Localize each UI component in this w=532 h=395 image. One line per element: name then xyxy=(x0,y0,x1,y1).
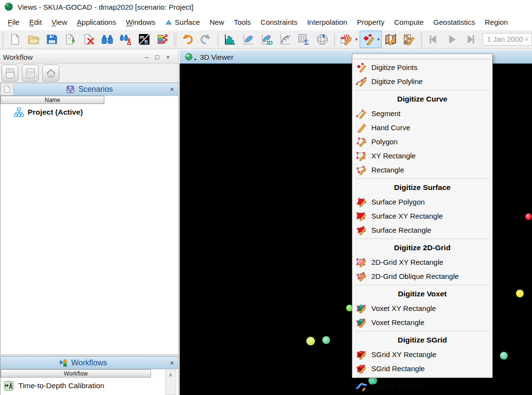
menubar-item-applications[interactable]: Applications xyxy=(72,16,121,28)
data-point[interactable] xyxy=(322,336,330,344)
workflow-toolbar-button-home[interactable] xyxy=(42,65,59,82)
workflows-panel-title: Workflows xyxy=(71,359,107,367)
scenarios-panel-header[interactable]: Scenarios × xyxy=(0,83,178,96)
tool-button-digitize-curves-tool[interactable] xyxy=(338,31,355,48)
menu-item-surface-polygon[interactable]: Surface Polygon xyxy=(352,195,492,209)
tool-digitize-curves-tool-combo: ▾ xyxy=(337,31,360,48)
menubar-item-view[interactable]: View xyxy=(47,16,72,28)
tool-button-find-object[interactable] xyxy=(117,31,134,48)
menu-item-digitize-channel[interactable]: Digitize Channel xyxy=(352,379,492,393)
tool-button-statistics[interactable]: Σ xyxy=(295,31,313,48)
tool-button-variogram[interactable] xyxy=(314,31,331,48)
tool-button-save[interactable] xyxy=(43,31,61,48)
menu-item-digitize-polyline[interactable]: Digitize Polyline xyxy=(352,74,492,88)
menubar-item-surface[interactable]: Surface xyxy=(160,16,205,28)
close-button[interactable]: × xyxy=(163,53,173,61)
menu-item-sgrid-xy-rectangle[interactable]: SGrid XY Rectangle xyxy=(352,347,492,361)
data-point[interactable] xyxy=(525,213,532,220)
workflows-column-header[interactable]: Workflow xyxy=(0,369,151,378)
menubar-item-property[interactable]: Property xyxy=(352,16,389,28)
menu-item-voxet-xy-rectangle[interactable]: Voxet XY Rectangle xyxy=(352,301,492,315)
menubar-item-interpolation[interactable]: Interpolation xyxy=(302,16,352,28)
menu-item-2d-grid-oblique-rectangle[interactable]: 2D-Grid Oblique Rectangle xyxy=(352,269,492,283)
close-icon[interactable]: × xyxy=(166,359,178,367)
tool-button-undo[interactable] xyxy=(179,31,196,48)
tool-button-step-forward[interactable] xyxy=(462,31,479,48)
scenarios-icon xyxy=(66,85,75,94)
minimize-button[interactable]: – xyxy=(141,53,152,61)
toolbar-grip[interactable] xyxy=(216,33,219,46)
menu-item-voxet-rectangle[interactable]: Voxet Rectangle xyxy=(352,315,492,329)
tool-button-digitize-columns[interactable] xyxy=(400,31,418,48)
tool-crossplot-wrap xyxy=(239,31,258,48)
tool-button-crossplot-3d[interactable]: 3D xyxy=(258,31,276,48)
tool-button-redo[interactable] xyxy=(197,31,215,48)
chevron-down-icon[interactable]: ▾ xyxy=(194,57,196,62)
tool-button-digitize-map[interactable] xyxy=(382,31,399,48)
menu-item-rectangle[interactable]: Rectangle xyxy=(352,163,492,177)
tool-button-step-back[interactable] xyxy=(425,31,442,48)
data-point[interactable] xyxy=(500,352,508,360)
toolbar-grip[interactable] xyxy=(333,33,336,46)
menubar-item-tools[interactable]: Tools xyxy=(229,16,256,28)
tool-button-crossplot[interactable] xyxy=(240,31,257,48)
chevron-down-icon[interactable]: ▾ xyxy=(378,37,382,42)
menubar-item-file[interactable]: File xyxy=(3,16,24,28)
menubar-item-edit[interactable]: Edit xyxy=(24,16,47,28)
scenario-item-project-active[interactable]: Project (Active) xyxy=(1,104,178,118)
menubar: FileEditViewApplicationsWindowsSurfaceNe… xyxy=(0,14,532,30)
menubar-item-region[interactable]: Region xyxy=(480,16,513,28)
menu-item-2d-grid-xy-rectangle[interactable]: 2D-Grid XY Rectangle xyxy=(352,255,492,269)
tool-button-import-document[interactable] xyxy=(62,31,79,48)
tool-button-open-folder[interactable] xyxy=(25,31,42,48)
menu-item-xy-rectangle[interactable]: XY Rectangle xyxy=(352,149,492,163)
date-combo[interactable]: 1 Jan 2000∨ xyxy=(482,33,532,46)
svg-text:ft: ft xyxy=(145,39,148,45)
toolbar-grip[interactable] xyxy=(173,33,176,46)
data-point[interactable] xyxy=(306,337,315,345)
workflow-toolbar-button-panel-page-top[interactable] xyxy=(1,65,18,82)
menubar-item-windows[interactable]: Windows xyxy=(121,16,160,28)
menubar-item-compute[interactable]: Compute xyxy=(389,16,429,28)
maximize-button[interactable]: □ xyxy=(152,53,163,61)
scenario-item-label: Project (Active) xyxy=(28,108,83,117)
menu-separator xyxy=(355,285,488,285)
menu-item-surface-xy-rectangle[interactable]: Surface XY Rectangle xyxy=(352,209,492,223)
menu-item-polygon[interactable]: Polygon xyxy=(352,135,492,149)
menu-item-sgrid-rectangle[interactable]: SGrid Rectangle xyxy=(352,361,492,376)
menu-item-surface-rectangle[interactable]: Surface Rectangle xyxy=(352,223,492,237)
workflows-panel-header[interactable]: Workflows × xyxy=(0,357,178,369)
menubar-item-new[interactable]: New xyxy=(205,16,229,28)
scenarios-column-header[interactable]: Name xyxy=(0,96,104,104)
tool-undo-wrap xyxy=(178,31,197,48)
segment-icon xyxy=(356,108,367,119)
workflow-toolbar-button-panel-page-bottom[interactable] xyxy=(22,65,39,82)
tool-button-unit-mft[interactable]: mft xyxy=(135,31,153,48)
menubar-item-constraints[interactable]: Constraints xyxy=(256,16,302,28)
close-icon[interactable]: × xyxy=(166,86,178,93)
workflow-item-time-to-depth-calibration[interactable]: Time-to-Depth Calibration xyxy=(1,378,178,391)
menu-tearoff-handle[interactable] xyxy=(354,55,490,59)
menu-item-digitize-points[interactable]: Digitize Points xyxy=(352,60,492,74)
tool-button-histogram[interactable] xyxy=(221,31,239,48)
polygon-icon xyxy=(356,136,367,147)
tool-button-find[interactable] xyxy=(99,31,116,48)
menu-item-hand-curve[interactable]: Hand Curve xyxy=(352,120,492,135)
workflow-panel-title: Workflow xyxy=(3,53,141,61)
tool-button-well-markers[interactable] xyxy=(154,31,171,48)
tool-step-back-wrap xyxy=(424,31,443,48)
tool-button-curve-fit[interactable] xyxy=(277,31,294,48)
chevron-down-icon[interactable]: ▾ xyxy=(355,37,359,42)
tool-button-delete-document[interactable] xyxy=(80,31,98,48)
workflows-scrollbar[interactable]: ∧ xyxy=(165,370,176,395)
data-point[interactable] xyxy=(516,290,524,297)
chevron-down-icon[interactable]: ∨ xyxy=(525,36,529,42)
scroll-up-icon[interactable]: ∧ xyxy=(166,370,176,379)
menubar-item-geostatistics[interactable]: Geostatistics xyxy=(429,16,480,28)
tool-button-digitize-points-tool[interactable] xyxy=(360,31,378,48)
menu-item-segment[interactable]: Segment xyxy=(352,106,492,120)
tool-button-new-document[interactable] xyxy=(6,31,24,48)
toolbar-grip[interactable] xyxy=(420,33,423,46)
tool-button-play[interactable] xyxy=(443,31,461,48)
toolbar-grip[interactable] xyxy=(1,33,4,46)
